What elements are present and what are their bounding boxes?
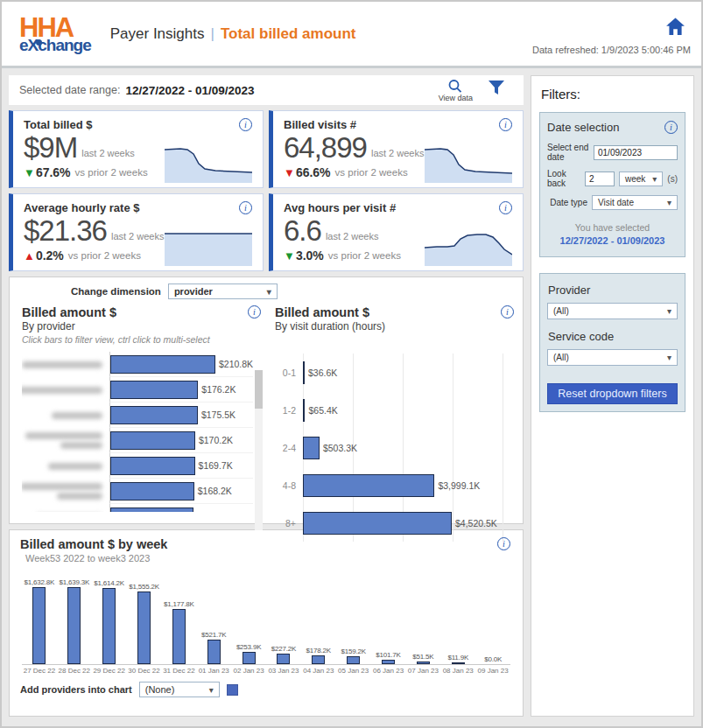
legend-color-swatch: [227, 684, 238, 696]
provider-chart-scrollbar[interactable]: [255, 370, 263, 530]
kpi-title: Avg hours per visit #: [284, 201, 514, 214]
info-icon[interactable]: [248, 305, 261, 318]
week-bar-column[interactable]: $159.2K: [336, 567, 371, 664]
week-bar-column[interactable]: $101.7K: [371, 567, 406, 664]
provider-bar[interactable]: [110, 482, 194, 500]
week-bar[interactable]: [67, 587, 81, 664]
x-axis-label: 05 Jan 23: [336, 667, 371, 675]
kpi-card-billed-visits: Billed visits # 64,899 last 2 weeks ▼ 66…: [269, 110, 524, 188]
week-bar[interactable]: [207, 640, 221, 664]
page-subtitle: Total billed amount: [221, 25, 356, 42]
week-bar[interactable]: [452, 662, 465, 664]
view-data-button[interactable]: View data: [439, 78, 473, 102]
bar-value-label: $1,177.8K: [164, 600, 194, 608]
bar-value-label: $169.7K: [199, 460, 233, 471]
provider-name-blurred: [22, 432, 109, 449]
week-bar[interactable]: [417, 662, 430, 664]
kpi-grid: Total billed $ $9M last 2 weeks ▼ 67.6% …: [9, 110, 524, 271]
end-date-input[interactable]: [594, 145, 678, 160]
week-bar[interactable]: [382, 660, 395, 664]
reset-dropdown-filters-button[interactable]: Reset dropdown filters: [547, 383, 678, 404]
provider-bar[interactable]: [110, 508, 193, 513]
info-icon[interactable]: [239, 201, 252, 214]
week-bar[interactable]: [347, 656, 360, 664]
service-code-filter-label: Service code: [548, 330, 678, 343]
date-type-select[interactable]: Visit date: [592, 195, 678, 210]
provider-chart: Billed amount $ By provider Click bars t…: [22, 305, 263, 542]
look-back-unit-select[interactable]: week: [619, 172, 663, 186]
hha-exchange-logo[interactable]: HHA eXchange: [19, 14, 91, 53]
week-bar-column[interactable]: $1,555.2K: [127, 567, 162, 664]
service-code-filter-select[interactable]: (All): [547, 349, 678, 366]
provider-bar-row[interactable]: $167.0K: [22, 504, 253, 512]
info-icon[interactable]: [664, 121, 678, 134]
delta-compare-label: vs prior 2 weeks: [328, 250, 401, 261]
week-bar-column[interactable]: $1,632.8K: [22, 567, 57, 664]
logo-text-exchange: eXchange: [19, 37, 91, 53]
look-back-input[interactable]: [585, 172, 615, 186]
provider-bar-row[interactable]: $170.2K: [22, 428, 253, 453]
info-icon[interactable]: [501, 305, 514, 318]
info-icon[interactable]: [499, 201, 512, 214]
week-bar-column[interactable]: $11.9K: [440, 567, 475, 664]
provider-bar[interactable]: [110, 355, 215, 374]
provider-bar[interactable]: [110, 431, 195, 450]
week-bar[interactable]: [277, 654, 290, 664]
duration-bar[interactable]: [303, 361, 305, 384]
week-bar-column[interactable]: $0.0K: [475, 567, 510, 664]
duration-bar[interactable]: [303, 512, 452, 535]
week-bar[interactable]: [137, 592, 151, 664]
home-icon[interactable]: [664, 16, 687, 38]
bar-value-label: $168.2K: [198, 486, 232, 496]
content-area: Selected date range: 12/27/2022 - 01/09/…: [2, 68, 701, 724]
duration-bar-row: 0-1$36.6K: [275, 354, 516, 391]
blurred-text: [60, 442, 102, 449]
week-bar[interactable]: [102, 588, 116, 664]
bar-zone: $36.6K: [303, 354, 516, 391]
week-bar-column[interactable]: $178.2K: [301, 567, 336, 664]
provider-filter-select[interactable]: (All): [547, 303, 678, 319]
week-bar-column[interactable]: $1,177.8K: [161, 567, 196, 664]
week-bar[interactable]: [172, 609, 186, 664]
duration-bar[interactable]: [303, 399, 305, 422]
provider-bar-row[interactable]: $168.2K: [22, 479, 253, 504]
provider-filter-label: Provider: [548, 284, 678, 297]
bar-value-label: $227.2K: [271, 645, 296, 653]
info-icon[interactable]: [499, 118, 512, 131]
x-axis-label: 01 Jan 23: [196, 667, 231, 675]
week-bar-column[interactable]: $1,614.2K: [92, 567, 127, 664]
provider-bar-row[interactable]: $175.5K: [22, 402, 253, 428]
bar-value-label: $36.6K: [308, 368, 337, 378]
week-bar[interactable]: [243, 652, 256, 664]
bar-value-label: $521.7K: [201, 631, 226, 639]
add-providers-label: Add providers into chart: [20, 684, 132, 695]
week-bar-column[interactable]: $1,639.3K: [57, 567, 92, 664]
duration-bar[interactable]: [303, 474, 434, 497]
info-icon[interactable]: [239, 118, 252, 131]
week-bar-column[interactable]: $51.5K: [405, 567, 440, 664]
provider-bar-row[interactable]: $176.2K: [22, 377, 253, 402]
provider-name-blurred: [22, 463, 109, 470]
week-bar-column[interactable]: $227.2K: [266, 567, 301, 664]
add-providers-select[interactable]: (None): [139, 682, 220, 697]
provider-bar[interactable]: [110, 406, 198, 424]
report-title-group: Payer Insights|Total billed amount: [110, 25, 356, 43]
change-dimension-select[interactable]: provider: [168, 284, 278, 299]
provider-bar[interactable]: [110, 457, 195, 475]
duration-bar[interactable]: [303, 437, 320, 459]
filter-icon[interactable]: [487, 79, 506, 96]
delta-percent: 3.0%: [296, 248, 324, 262]
week-bar[interactable]: [32, 587, 46, 664]
scrollbar-thumb[interactable]: [255, 370, 263, 409]
provider-bar-row[interactable]: $169.7K: [22, 453, 253, 479]
provider-bar-row[interactable]: $210.8K: [22, 352, 253, 377]
week-bar-column[interactable]: $253.9K: [231, 567, 266, 664]
info-icon[interactable]: [497, 537, 510, 550]
kpi-sparkline: [165, 226, 252, 266]
delta-compare-label: vs prior 2 weeks: [335, 167, 408, 178]
week-bar-column[interactable]: $521.7K: [196, 567, 231, 664]
provider-bar[interactable]: [110, 381, 198, 399]
middle-charts-panel: Change dimension provider Billed amount …: [9, 276, 524, 524]
week-bar[interactable]: [312, 655, 325, 664]
week-chart-panel: Billed amount $ by week Week53 2022 to w…: [9, 529, 524, 717]
